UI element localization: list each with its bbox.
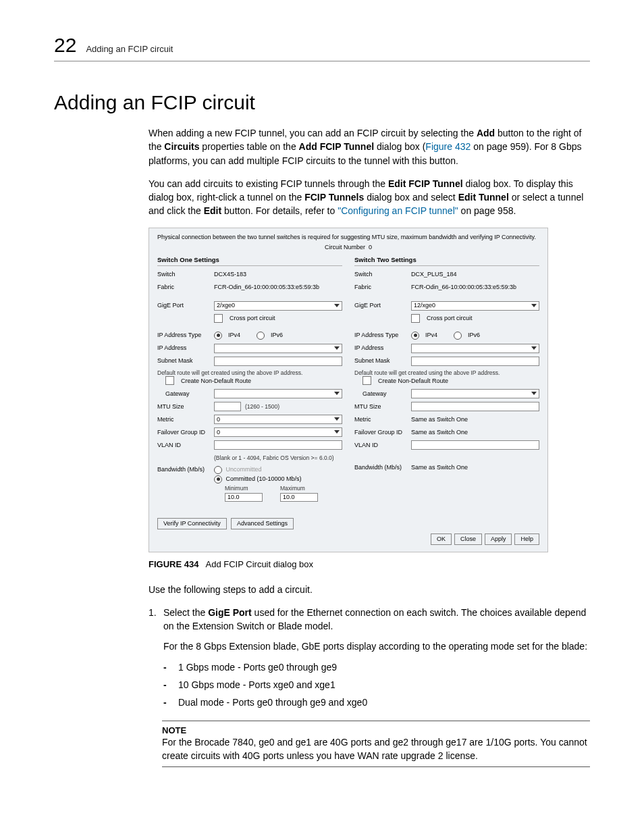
s1-subnet-input[interactable] xyxy=(214,357,342,366)
s2-route-note: Default route will get created using the… xyxy=(354,369,539,376)
s1-gateway-label: Gateway xyxy=(165,390,210,398)
list-item: -10 Gbps mode - Ports xge0 and xge1 xyxy=(163,678,590,692)
s1-subnet-label: Subnet Mask xyxy=(157,357,210,365)
chapter-number: 22 xyxy=(54,34,76,57)
s1-crossport-label: Cross port circuit xyxy=(230,315,275,322)
circuit-number-label: Circuit Number xyxy=(325,244,365,251)
s1-mtu-input[interactable] xyxy=(214,402,241,411)
dialog-topnote: Physical connection between the two tunn… xyxy=(157,234,539,241)
s2-subnet-input[interactable] xyxy=(411,357,539,366)
s1-switch-label: Switch xyxy=(157,271,210,278)
s1-failover-label: Failover Group ID xyxy=(157,429,210,436)
s2-gige-select[interactable]: 12/xge0 xyxy=(411,301,539,311)
s1-addrtype-label: IP Address Type xyxy=(157,332,210,339)
chevron-down-icon xyxy=(334,304,340,307)
s1-vlan-label: VLAN ID xyxy=(157,442,210,449)
verify-ip-button[interactable]: Verify IP Connectivity xyxy=(157,518,227,529)
s1-fabric-label: Fabric xyxy=(157,284,210,291)
steps-intro: Use the following steps to add a circuit… xyxy=(54,583,590,596)
s1-create-route-checkbox[interactable] xyxy=(165,376,174,385)
s2-failover-value: Same as Switch One xyxy=(411,427,539,437)
s1-bandwidth-label: Bandwidth (Mb/s) xyxy=(157,466,210,473)
s2-fabric-label: Fabric xyxy=(354,284,407,291)
s2-ipv6-radio[interactable] xyxy=(454,332,462,340)
s2-metric-label: Metric xyxy=(354,416,407,423)
s1-ipv4-radio[interactable] xyxy=(214,332,222,340)
header-rule xyxy=(54,61,590,61)
help-button[interactable]: Help xyxy=(514,533,539,545)
s2-mtu-input[interactable] xyxy=(411,402,539,411)
s1-gige-select[interactable]: 2/xge0 xyxy=(214,301,342,311)
s1-bw-committed-label: Committed (10-10000 Mb/s) xyxy=(226,475,302,482)
intro-paragraph-2: You can add circuits to existing FCIP tu… xyxy=(54,177,590,218)
figure-caption: FIGURE 434 Add FCIP Circuit dialog box xyxy=(54,559,590,569)
configuring-fcip-link[interactable]: "Configuring an FCIP tunnel" xyxy=(338,205,458,216)
ok-button[interactable]: OK xyxy=(431,533,452,545)
s2-create-route-label: Create Non-Default Route xyxy=(378,377,448,385)
note-box: NOTE For the Brocade 7840, ge0 and ge1 a… xyxy=(54,721,590,768)
s2-ipaddr-select[interactable] xyxy=(411,344,539,353)
s1-bw-uncommitted-radio[interactable] xyxy=(214,466,222,474)
s2-vlan-input[interactable] xyxy=(411,440,539,450)
s1-ipv6-radio[interactable] xyxy=(257,332,265,340)
chevron-down-icon xyxy=(334,430,340,434)
s1-bw-committed-radio[interactable] xyxy=(214,475,222,484)
s2-fabric-value: FCR-Odin_66-10:00:00:05:33:e5:59:3b xyxy=(411,283,539,292)
list-item: -1 Gbps mode - Ports ge0 through ge9 xyxy=(163,660,590,674)
note-title: NOTE xyxy=(162,725,590,735)
s2-ipv4-radio[interactable] xyxy=(411,332,419,340)
switch-one-panel: Switch One Settings Switch DCX4S-183 Fab… xyxy=(157,256,342,529)
s1-mtu-label: MTU Size xyxy=(157,403,210,411)
intro-paragraph-1: When adding a new FCIP tunnel, you can a… xyxy=(54,126,590,167)
s2-switch-label: Switch xyxy=(354,271,407,278)
s1-gateway-select[interactable] xyxy=(214,389,342,398)
s2-create-route-checkbox[interactable] xyxy=(363,376,371,385)
advanced-settings-button[interactable]: Advanced Settings xyxy=(231,518,294,529)
s1-ipaddr-select[interactable] xyxy=(214,344,342,353)
s1-switch-value: DCX4S-183 xyxy=(214,270,342,280)
s2-mtu-label: MTU Size xyxy=(354,403,407,411)
chevron-down-icon xyxy=(334,392,340,395)
s1-bw-max-input[interactable]: 10.0 xyxy=(280,493,318,502)
circuit-number-value: 0 xyxy=(369,244,372,251)
s2-metric-value: Same as Switch One xyxy=(411,415,539,424)
s1-mtu-hint: (1260 - 1500) xyxy=(245,403,279,410)
add-fcip-circuit-dialog: Physical connection between the two tunn… xyxy=(149,228,548,552)
page-title: Adding an FCIP circuit xyxy=(54,91,590,114)
chapter-header-text: Adding an FCIP circuit xyxy=(86,44,173,54)
s1-vlan-hint: (Blank or 1 - 4094, Fabric OS Version >=… xyxy=(214,454,334,461)
s2-crossport-checkbox[interactable] xyxy=(411,314,420,323)
s1-metric-select[interactable]: 0 xyxy=(214,415,342,424)
s2-gateway-select[interactable] xyxy=(411,389,539,398)
s2-bandwidth-label: Bandwidth (Mb/s) xyxy=(354,464,407,471)
s1-fabric-value: FCR-Odin_66-10:00:00:05:33:e5:59:3b xyxy=(214,283,342,292)
s2-vlan-label: VLAN ID xyxy=(354,442,407,449)
list-item: -Dual mode - Ports ge0 through ge9 and x… xyxy=(163,696,590,709)
chevron-down-icon xyxy=(334,346,340,350)
note-body: For the Brocade 7840, ge0 and ge1 are 40… xyxy=(162,735,590,763)
s2-failover-label: Failover Group ID xyxy=(354,429,407,436)
s2-gige-label: GigE Port xyxy=(354,302,407,309)
chevron-down-icon xyxy=(531,346,537,350)
s1-metric-label: Metric xyxy=(157,416,210,423)
close-button[interactable]: Close xyxy=(454,533,482,545)
s2-bandwidth-value: Same as Switch One xyxy=(411,463,539,472)
s2-addrtype-label: IP Address Type xyxy=(354,332,407,339)
figure-432-link[interactable]: Figure 432 xyxy=(425,141,471,152)
s1-create-route-label: Create Non-Default Route xyxy=(181,377,251,385)
s1-bw-min-input[interactable]: 10.0 xyxy=(225,493,263,502)
s1-ipaddr-label: IP Address xyxy=(157,344,210,352)
s1-failover-select[interactable]: 0 xyxy=(214,427,342,437)
s1-crossport-checkbox[interactable] xyxy=(214,314,223,323)
s2-crossport-label: Cross port circuit xyxy=(427,315,473,322)
s1-vlan-input[interactable] xyxy=(214,440,342,450)
chevron-down-icon xyxy=(531,304,537,307)
chevron-down-icon xyxy=(334,417,340,421)
s2-gateway-label: Gateway xyxy=(363,390,407,398)
s2-subnet-label: Subnet Mask xyxy=(354,357,407,365)
apply-button[interactable]: Apply xyxy=(485,533,512,545)
step-1: 1. Select the GigE Port used for the Eth… xyxy=(149,606,590,714)
switch-two-title: Switch Two Settings xyxy=(354,256,539,265)
switch-two-panel: Switch Two Settings Switch DCX_PLUS_184 … xyxy=(354,256,539,529)
s1-gige-label: GigE Port xyxy=(157,302,210,309)
